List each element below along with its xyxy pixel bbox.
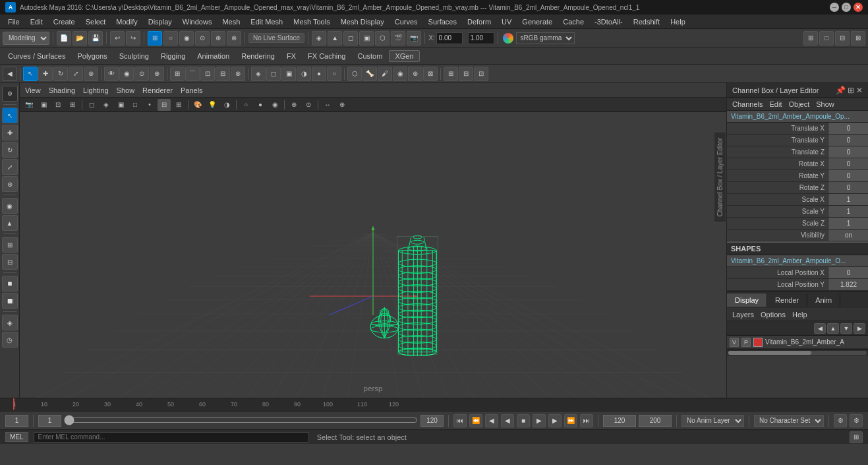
display-texture-btn[interactable]: ▣ [281,67,296,81]
channel-value-ry[interactable]: 0 [828,170,868,181]
tab-display[interactable]: Display [727,294,767,307]
status-icon-btn[interactable]: ⊞ [850,431,863,443]
tab-sculpting[interactable]: Sculpting [114,51,154,61]
layer-color-swatch[interactable] [753,338,763,347]
snap-curve-btn[interactable]: ⌒ [185,67,200,81]
lt-rotate-btn[interactable]: ↻ [2,142,18,158]
settings-btn[interactable]: ⚙ [2,86,18,102]
cage-btn[interactable]: ⊠ [423,67,438,81]
color-space-dropdown[interactable]: sRGB gamma [516,32,575,44]
lt-disp2-btn[interactable]: ⊟ [2,254,18,270]
lay-menu-help[interactable]: Help [790,310,810,319]
save-file-btn[interactable]: 💾 [88,31,103,46]
vpt-face-btn[interactable]: ⊞ [172,99,185,111]
menu-surfaces[interactable]: Surfaces [423,16,462,27]
shape-local-pos-y[interactable]: Local Position Y 1.822 [727,279,868,291]
scale-tool-btn[interactable]: ⤢ [69,67,83,81]
select-tool-btn[interactable]: ↖ [23,67,38,81]
paint-btn[interactable]: ◉ [179,31,194,46]
vpt-shadow-btn[interactable]: ◑ [220,99,233,111]
lasso-btn[interactable]: ○ [163,31,178,46]
vpt-soft-btn[interactable]: ⊙ [302,99,315,111]
coord-y-input[interactable] [468,32,494,44]
lt-disp1-btn[interactable]: ⊞ [2,237,18,253]
edge-mode-btn[interactable]: ◻ [343,31,358,46]
uvmap-btn[interactable]: ⬡ [375,31,390,46]
tab-rigging[interactable]: Rigging [156,51,190,61]
rig-btn[interactable]: 🦴 [362,67,377,81]
vp-menu-panels[interactable]: Panels [181,86,203,94]
tab-rendering[interactable]: Rendering [236,51,280,61]
redo-btn[interactable]: ↪ [126,31,140,46]
total-end-input[interactable] [639,415,672,427]
layer-playback-toggle[interactable]: P [741,338,751,347]
panel-close-btn[interactable]: ✕ [856,86,863,95]
lt-snap-btn[interactable]: 🔲 [2,276,18,292]
channel-rotate-y[interactable]: Rotate Y 0 [727,170,868,182]
tab-polygons[interactable]: Polygons [72,51,112,61]
channel-value-sz[interactable]: 1 [828,218,868,229]
menu-mesh-tools[interactable]: Mesh Tools [288,16,335,27]
vpt-filmgate-btn[interactable]: ▣ [37,99,50,111]
menu-redshift[interactable]: Redshift [628,16,665,27]
vert-mode-btn[interactable]: ▲ [328,31,342,46]
panel-pin-btn[interactable]: 📌 [836,86,846,95]
single-view-btn[interactable]: □ [819,31,834,46]
channel-rotate-z[interactable]: Rotate Z 0 [727,182,868,194]
lt-paint-btn[interactable]: ◉ [2,198,18,214]
menu-cache[interactable]: Cache [558,16,589,27]
mel-input[interactable] [34,432,309,443]
menu-deform[interactable]: Deform [462,16,496,27]
menu-create[interactable]: Create [48,16,80,27]
vpt-pan-btn[interactable]: ↔ [321,99,334,111]
paint-skin-btn[interactable]: 🖌 [378,67,392,81]
menu-mesh[interactable]: Mesh [217,16,245,27]
vp-menu-lighting[interactable]: Lighting [83,86,109,94]
no-live-surface-btn[interactable]: No Live Surface [248,33,304,43]
panel-expand-btn[interactable]: ⊞ [848,86,854,95]
lt-select-btn[interactable]: ↖ [2,108,18,123]
channel-value-sy[interactable]: 1 [828,206,868,217]
display-ao-btn[interactable]: ○ [327,67,341,81]
playback-options-btn[interactable]: ⚙ [834,414,847,427]
snap-point-btn[interactable]: ⊡ [200,67,215,81]
skip-to-end-btn[interactable]: ⏭ [580,414,593,427]
undo-btn[interactable]: ↩ [110,31,125,46]
vpt-camera-icon[interactable]: 📷 [22,99,36,111]
play-fwd-btn[interactable]: ▶ [533,414,546,427]
vpt-zoom-btn[interactable]: ⊕ [335,99,349,111]
current-frame-input[interactable] [5,415,28,427]
layer-prev-btn[interactable]: ◀ [814,323,826,334]
play-back-btn[interactable]: ◀ [501,414,514,427]
grid-layout-btn[interactable]: ⊞ [803,31,818,46]
snap-view-btn[interactable]: ⊟ [216,67,230,81]
display-smooth-btn[interactable]: ◈ [251,67,266,81]
channel-scale-z[interactable]: Scale Z 1 [727,218,868,230]
tab-fx[interactable]: FX [281,51,301,61]
close-button[interactable]: ✕ [854,3,863,12]
vpt-isolate-btn[interactable]: ○ [239,99,252,111]
display-light-btn[interactable]: ◑ [297,67,311,81]
next-frame-btn[interactable]: ⏩ [564,414,577,427]
lt-move-btn[interactable]: ✚ [2,125,18,140]
channels-menu-show[interactable]: Show [813,100,837,109]
view-front-btn[interactable]: ◉ [119,67,134,81]
obj-mode-btn[interactable]: ◈ [312,31,326,46]
channels-menu-edit[interactable]: Edit [767,100,784,109]
channel-translate-z[interactable]: Translate Z 0 [727,146,868,158]
channel-value-sx[interactable]: 1 [828,194,868,205]
playback-slider[interactable] [64,416,418,425]
lay-menu-options[interactable]: Options [758,310,788,319]
layer-item[interactable]: V P Vitamin_B6_2ml_Amber_A [727,336,868,349]
prev-key-btn[interactable]: ◀ [485,414,498,427]
menu-edit-mesh[interactable]: Edit Mesh [245,16,288,27]
view4-btn[interactable]: ⊠ [851,31,865,46]
snap-btn[interactable]: ⊙ [195,31,210,46]
maximize-button[interactable]: □ [842,3,851,12]
view3-btn[interactable]: ⊟ [835,31,850,46]
anim-layer-dropdown[interactable]: No Anim Layer [681,415,744,427]
prev-frame-btn[interactable]: ⏪ [469,414,482,427]
channel-translate-y[interactable]: Translate Y 0 [727,135,868,146]
universal-tool-btn[interactable]: ⊛ [84,67,98,81]
lt-sculpt-btn[interactable]: ▲ [2,215,18,231]
